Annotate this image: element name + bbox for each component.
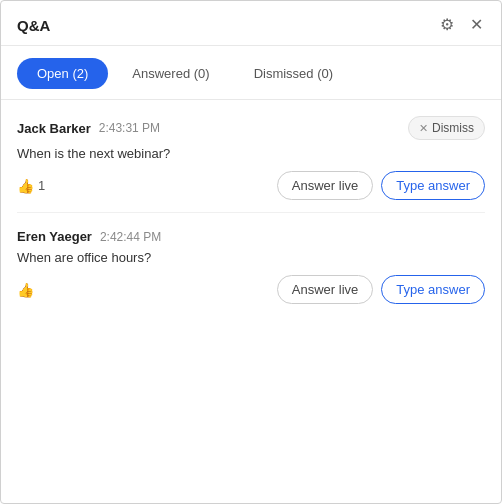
qa-window: Q&A ⚙ ✕ Open (2) Answered (0) Dismissed …: [0, 0, 502, 504]
question-text-2: When are office hours?: [17, 250, 485, 265]
question-author-1: Jack Barker: [17, 121, 91, 136]
title-bar: Q&A ⚙ ✕: [1, 1, 501, 46]
title-bar-icons: ⚙ ✕: [438, 15, 485, 35]
question-author-2: Eren Yaeger: [17, 229, 92, 244]
dismiss-button-1[interactable]: ✕ Dismiss: [408, 116, 485, 140]
question-text-1: When is the next webinar?: [17, 146, 485, 161]
close-icon: ✕: [470, 17, 483, 33]
like-count-1: 1: [38, 178, 45, 193]
question-actions-2: 👍 Answer live Type answer: [17, 275, 485, 304]
close-button[interactable]: ✕: [468, 15, 485, 35]
tabs-bar: Open (2) Answered (0) Dismissed (0): [1, 46, 501, 100]
question-card-2: Eren Yaeger 2:42:44 PM When are office h…: [17, 213, 485, 316]
question-card-1: Jack Barker 2:43:31 PM ✕ Dismiss When is…: [17, 100, 485, 213]
window-title: Q&A: [17, 17, 50, 34]
questions-list: Jack Barker 2:43:31 PM ✕ Dismiss When is…: [1, 100, 501, 503]
tab-answered[interactable]: Answered (0): [112, 58, 229, 89]
dismiss-label-1: Dismiss: [432, 121, 474, 135]
question-likes-2: 👍: [17, 282, 34, 298]
answer-live-button-2[interactable]: Answer live: [277, 275, 373, 304]
question-meta-1: Jack Barker 2:43:31 PM: [17, 121, 160, 136]
question-buttons-2: Answer live Type answer: [277, 275, 485, 304]
tab-open[interactable]: Open (2): [17, 58, 108, 89]
question-actions-1: 👍 1 Answer live Type answer: [17, 171, 485, 200]
question-buttons-1: Answer live Type answer: [277, 171, 485, 200]
thumbup-icon-1: 👍: [17, 178, 34, 194]
question-header-1: Jack Barker 2:43:31 PM ✕ Dismiss: [17, 116, 485, 140]
gear-button[interactable]: ⚙: [438, 15, 456, 35]
gear-icon: ⚙: [440, 17, 454, 33]
dismiss-x-icon-1: ✕: [419, 122, 428, 135]
question-time-1: 2:43:31 PM: [99, 121, 160, 135]
type-answer-button-1[interactable]: Type answer: [381, 171, 485, 200]
tab-dismissed[interactable]: Dismissed (0): [234, 58, 353, 89]
question-time-2: 2:42:44 PM: [100, 230, 161, 244]
thumbup-icon-2: 👍: [17, 282, 34, 298]
question-likes-1: 👍 1: [17, 178, 45, 194]
question-meta-2: Eren Yaeger 2:42:44 PM: [17, 229, 161, 244]
type-answer-button-2[interactable]: Type answer: [381, 275, 485, 304]
question-header-2: Eren Yaeger 2:42:44 PM: [17, 229, 485, 244]
answer-live-button-1[interactable]: Answer live: [277, 171, 373, 200]
